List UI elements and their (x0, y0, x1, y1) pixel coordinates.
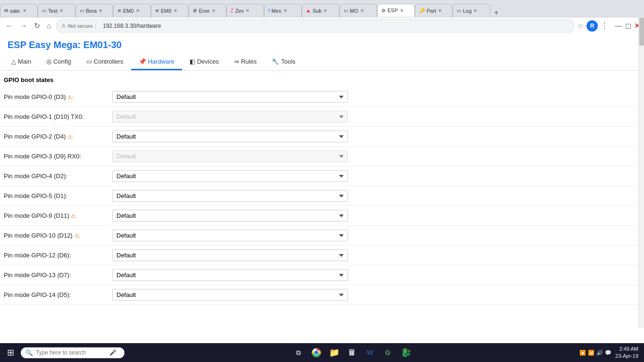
gpio-select-0[interactable]: Default Input Input pullup Output low Ou… (112, 91, 348, 103)
tab-close-esp[interactable]: ✕ (400, 8, 404, 13)
bookmark-button[interactable]: ☆ (578, 22, 584, 30)
tab-main[interactable]: △ Main (4, 54, 39, 70)
browser-tab-mes[interactable]: f Mes ✕ (264, 4, 302, 17)
tab-rules[interactable]: ⇒ Rules (226, 54, 264, 70)
browser-tab-test[interactable]: ▭ Test ✕ (38, 4, 75, 17)
section-heading: GPIO boot states (0, 71, 644, 87)
special-taskbar-icon[interactable]: 🐉 (397, 344, 414, 345)
tab-icon-test: ▭ (42, 8, 46, 13)
tab-close-part[interactable]: ✕ (438, 8, 442, 13)
page-title: ESP Easy Mega: EM01-30 (0, 34, 644, 54)
tab-tools[interactable]: 🔧 Tools (264, 54, 303, 70)
browser-tab-zev[interactable]: Z Zev ✕ (226, 4, 264, 17)
new-tab-button[interactable]: + (490, 8, 502, 17)
browser-tab-sub[interactable]: ▲ Sub ✕ (302, 4, 339, 17)
browser-tab-part[interactable]: 🔑 Part ✕ (415, 4, 453, 17)
calc-taskbar-icon[interactable]: 🖩 (344, 344, 361, 345)
tab-config[interactable]: ◎ Config (39, 54, 79, 70)
tab-close-test[interactable]: ✕ (59, 8, 63, 13)
minimize-button[interactable]: — (615, 22, 622, 30)
tab-icon-part: 🔑 (419, 8, 425, 13)
browser-tab-sales[interactable]: ✉ sale: ✕ (0, 4, 38, 17)
gpio-select-9[interactable]: Default Input Input pullup Output low Ou… (112, 269, 348, 281)
gpio-select-1: Default (112, 111, 348, 123)
explorer-taskbar-icon[interactable]: 📁 (326, 344, 343, 345)
gpio-label-1: Pin mode GPIO-1 (D10) TX0: (4, 113, 112, 120)
profile-button[interactable]: R (586, 20, 598, 32)
gpio-row-8: Pin mode GPIO-12 (D6): Default Input Inp… (0, 246, 644, 265)
browser-tab-mo[interactable]: ▭ MO ✕ (339, 4, 377, 17)
browser-tab-esp[interactable]: ⚙ ESP ✕ (377, 4, 415, 17)
address-bar: ← → ↻ ⌂ ⚠ Not secure | ☆ R ⋮ — ◻ ✕ (0, 17, 644, 34)
gdict-taskbar-icon[interactable]: G (380, 344, 396, 345)
maximize-button[interactable]: ◻ (625, 21, 631, 30)
gpio-select-7[interactable]: Default Input Input pullup Output low Ou… (112, 230, 348, 241)
chrome-taskbar-icon[interactable] (308, 344, 325, 345)
gpio-label-3: Pin mode GPIO-3 (D9) RX0: (4, 153, 112, 160)
browser-chrome: ✉ sale: ✕ ▭ Test ✕ ▭ Bora ✕ ≋ EM0 ✕ ≋ EM… (0, 0, 644, 345)
tab-icon-ener: ⚙ (193, 8, 197, 13)
gpio-label-7: Pin mode GPIO-10 (D12) ⚠: (4, 232, 112, 239)
tab-close-zev[interactable]: ✕ (246, 8, 249, 13)
scrollbar-thumb[interactable] (639, 17, 644, 46)
gpio-select-5[interactable]: Default Input Input pullup Output low Ou… (112, 190, 348, 202)
gpio-row-0: Pin mode GPIO-0 (D3) ⚠: Default Input In… (0, 87, 644, 107)
gpio-label-10: Pin mode GPIO-14 (D5): (4, 291, 112, 298)
gpio-select-8[interactable]: Default Input Input pullup Output low Ou… (112, 249, 348, 261)
word-taskbar-icon[interactable]: W (362, 344, 379, 345)
tab-icon-mes: f (268, 8, 270, 13)
back-button[interactable]: ← (4, 21, 15, 31)
tab-devices[interactable]: ◧ Devices (182, 54, 226, 70)
tab-close-sub[interactable]: ✕ (323, 8, 327, 13)
warning-icon-2: ⚠: (67, 134, 74, 140)
scrollbar-track[interactable] (638, 17, 644, 328)
tab-controllers[interactable]: ▭ Controllers (79, 54, 131, 70)
taskbar: ⊞ 🔍 🎤 ⧉ 📁 🖩 W G 🐉 🔼 📶 🔊 💬 (0, 343, 644, 345)
forward-button[interactable]: → (18, 21, 29, 31)
browser-tab-bora[interactable]: ▭ Bora ✕ (75, 4, 113, 17)
tab-icon-email: ✉ (4, 8, 8, 13)
gpio-select-10[interactable]: Default Input Input pullup Output low Ou… (112, 289, 348, 301)
browser-tab-ener[interactable]: ⚙ Ener ✕ (189, 4, 226, 17)
tab-close-log[interactable]: ✕ (473, 8, 477, 13)
browser-tab-log[interactable]: ▭ Log ✕ (453, 4, 490, 17)
separator: | (95, 22, 96, 29)
tab-close-mes[interactable]: ✕ (283, 8, 287, 13)
tab-icon-mo: ▭ (344, 8, 348, 13)
tab-close-sales[interactable]: ✕ (23, 8, 26, 13)
gpio-row-2: Pin mode GPIO-2 (D4) ⚠: Default Input In… (0, 127, 644, 147)
taskbar-icon-group: ⧉ 📁 🖩 W G 🐉 (126, 344, 578, 345)
gpio-label-5: Pin mode GPIO-5 (D1): (4, 192, 112, 199)
url-input[interactable] (98, 21, 570, 31)
tab-icon-bora: ▭ (80, 8, 84, 13)
gpio-label-2: Pin mode GPIO-2 (D4) ⚠: (4, 133, 112, 140)
home-button[interactable]: ⌂ (45, 21, 53, 31)
tab-hardware[interactable]: 📌 Hardware (131, 54, 182, 70)
browser-tab-em01[interactable]: ≋ EM0 ✕ (113, 4, 151, 17)
tab-icon-log: ▭ (457, 8, 461, 13)
task-view-button[interactable]: ⧉ (290, 344, 307, 345)
start-button[interactable]: ⊞ (2, 344, 19, 345)
tab-close-ener[interactable]: ✕ (212, 8, 215, 13)
tab-icon-em02: ≋ (155, 8, 159, 13)
protocol-label: Not secure (68, 23, 93, 29)
tab-close-em01[interactable]: ✕ (136, 8, 140, 13)
tab-close-bora[interactable]: ✕ (99, 8, 102, 13)
gpio-select-4[interactable]: Default Input Input pullup Output low Ou… (112, 170, 348, 182)
tab-bar: ✉ sale: ✕ ▭ Test ✕ ▭ Bora ✕ ≋ EM0 ✕ ≋ EM… (0, 0, 644, 17)
gpio-select-3: Default (112, 150, 348, 162)
warning-icon-0: ⚠: (67, 94, 74, 100)
gpio-label-8: Pin mode GPIO-12 (D6): (4, 252, 112, 259)
reload-button[interactable]: ↻ (32, 20, 42, 31)
gpio-select-6[interactable]: Default Input Input pullup Output low Ou… (112, 210, 348, 222)
rules-icon: ⇒ (234, 58, 239, 65)
tab-close-mo[interactable]: ✕ (360, 8, 364, 13)
gpio-select-2[interactable]: Default Input Input pullup Output low Ou… (112, 131, 348, 142)
tab-icon-sub: ▲ (306, 8, 311, 13)
controllers-icon: ▭ (86, 58, 92, 65)
tab-close-em02[interactable]: ✕ (173, 8, 177, 13)
browser-tab-em02[interactable]: ≋ EM0 ✕ (151, 4, 189, 17)
browser-menu-button[interactable]: ⋮ (601, 21, 608, 30)
tools-icon: 🔧 (272, 58, 279, 65)
gpio-label-9: Pin mode GPIO-13 (D7): (4, 272, 112, 279)
